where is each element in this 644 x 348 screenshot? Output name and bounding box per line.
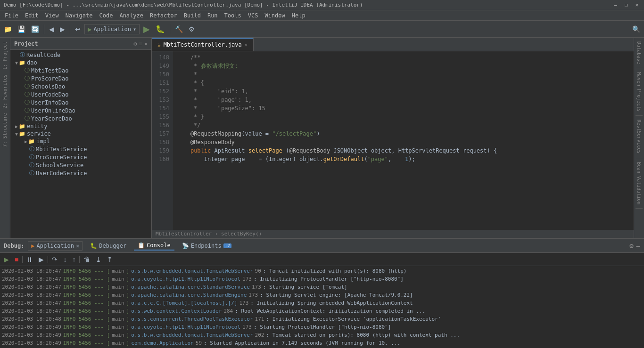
tree-label-usercodedao: UserCodeDao [31, 91, 68, 98]
console-step-into-btn[interactable]: ↓ [61, 255, 68, 264]
right-tab-maven[interactable]: Maven Projects [636, 68, 643, 116]
tree-label-entity: entity [27, 123, 47, 129]
right-tab-database[interactable]: Database [636, 38, 643, 68]
sidebar-project-btn[interactable]: 1: Project [1, 40, 8, 72]
run-btn[interactable]: ▶ [141, 23, 152, 35]
menu-item-tools[interactable]: Tools [222, 11, 244, 20]
debug-tab-console[interactable]: 📋 Console [134, 241, 174, 251]
menu-item-analyze[interactable]: Analyze [116, 11, 146, 20]
log-entry: 2020-02-03 18:20:49INFO 5456 --- [main] … [2, 331, 642, 339]
run-config-label: Application [93, 26, 131, 32]
close-btn[interactable]: ✕ [633, 2, 640, 8]
debug-tab-endpoints[interactable]: 📡 Endpoints +2 [178, 242, 235, 250]
main-content: 1: Project 2: Favorites 7: Structure Pro… [0, 38, 644, 348]
menu-item-help[interactable]: Help [289, 11, 308, 20]
debug-bar: Debug: ▶ Application ✕ 🐛 Debugger 📋 Cons… [0, 239, 644, 253]
log-entry: 2020-02-03 18:20:47INFO 5456 --- [main] … [2, 283, 642, 291]
debug-tab-debugger[interactable]: 🐛 Debugger [86, 242, 130, 250]
code-line-158: @ResponseBody [177, 138, 630, 146]
tab-label: MbtiTestController.java [164, 41, 242, 48]
menu-item-window[interactable]: Window [262, 11, 288, 20]
menu-item-vcs[interactable]: VCS [245, 11, 261, 20]
code-line-151: * { [177, 79, 630, 87]
tree-item-schoolsservice[interactable]: ⓘ SchoolsService [10, 161, 151, 169]
console-scroll-end-btn[interactable]: ⤓ [94, 255, 103, 264]
menu-item-navigate[interactable]: Navigate [63, 11, 96, 20]
maximize-btn[interactable]: ❐ [623, 2, 630, 8]
interface-icon-4: ⓘ [25, 91, 30, 98]
menu-item-run[interactable]: Run [205, 11, 221, 20]
tree-item-proscoreservice[interactable]: ⓘ ProScoreService [10, 153, 151, 161]
toolbar-more-btn[interactable]: ⚙ [187, 23, 197, 35]
tree-item-userinfodao[interactable]: ⓘ UserInfoDao [10, 98, 151, 106]
run-config-dropdown[interactable]: ▶ Application ▾ [84, 24, 140, 34]
tree-item-useronlinedao[interactable]: ⓘ UserOnlineDao [10, 106, 151, 114]
sidebar-favorites-btn[interactable]: 2: Favorites [1, 73, 8, 110]
folder-entity-icon: 📁 [19, 123, 25, 129]
console-restart-btn[interactable]: ▶ [2, 255, 11, 264]
menu-item-build[interactable]: Build [181, 11, 204, 20]
menu-item-file[interactable]: File [2, 11, 21, 20]
panel-tool-3[interactable]: ✕ [144, 40, 148, 47]
console-resume-btn[interactable]: ▶ [37, 255, 46, 264]
tree-item-mbtitestdao[interactable]: ⓘ MbtiTestDao [10, 66, 151, 74]
tree-item-yearscoredao[interactable]: ⓘ YearScoreDao [10, 114, 151, 122]
toolbar-back-btn[interactable]: ◀ [47, 23, 56, 35]
console-clear-btn[interactable]: 🗑 [82, 255, 92, 264]
minimize-btn[interactable]: — [612, 2, 619, 8]
log-entry: 2020-02-03 18:20:47INFO 5456 --- [main] … [2, 267, 642, 275]
toolbar-forward-btn[interactable]: ▶ [58, 23, 67, 35]
tree-item-usercodeservice[interactable]: ⓘ UserCodeService [10, 169, 151, 177]
toolbar-undo-btn[interactable]: ↩ [73, 23, 83, 35]
toolbar-open-btn[interactable]: 📁 [2, 23, 14, 35]
tree-label-resultcode: ResultCode [26, 52, 60, 58]
code-lines[interactable]: /** * 参数请求报文: * * { * "eid": 1, * "page"… [173, 51, 634, 230]
tree-item-mbtitestservice[interactable]: ⓘ MbtiTestService [10, 145, 151, 153]
toolbar-sep-3 [170, 24, 170, 34]
tree-item-service[interactable]: ▼ 📁 service [10, 130, 151, 138]
project-panel-header: Project ⚙ ≡ ✕ [10, 38, 151, 50]
debug-close-btn[interactable]: — [636, 242, 640, 250]
menu-item-view[interactable]: View [42, 11, 62, 20]
right-tab-rest[interactable]: RestServices [636, 116, 643, 158]
debug-config[interactable]: ▶ Application ✕ [28, 241, 83, 251]
right-tab-bean[interactable]: Bean Validation [636, 158, 643, 209]
console-scroll-start-btn[interactable]: ⤒ [105, 255, 115, 264]
console-step-out-btn[interactable]: ↑ [70, 255, 77, 264]
panel-tool-2[interactable]: ≡ [139, 40, 142, 47]
tree-item-entity[interactable]: ▶ 📁 entity [10, 122, 151, 130]
title-text: Demo [F:\code\Demo] - ...\src\main\java\… [4, 2, 363, 8]
console-output[interactable]: 2020-02-03 18:20:47INFO 5456 --- [main] … [0, 266, 644, 348]
debug-btn[interactable]: 🐛 [154, 23, 167, 35]
breadcrumb: MbtiTestController › selectByKey() [152, 230, 634, 238]
editor-tab-mbtitestcontroller[interactable]: ☕ MbtiTestController.java ✕ [152, 38, 254, 51]
class-icon-3: ⓘ [29, 154, 34, 161]
console-step-over-btn[interactable]: ↷ [50, 255, 59, 264]
window-controls: — ❐ ✕ [612, 2, 640, 8]
menu-item-refactor[interactable]: Refactor [147, 11, 180, 20]
tab-close-btn[interactable]: ✕ [245, 42, 248, 48]
interface-icon-2: ⓘ [25, 75, 30, 82]
tree-item-resultcode[interactable]: ⓘ ResultCode [10, 51, 151, 59]
toolbar-save-btn[interactable]: 💾 [16, 23, 27, 35]
tree-item-impl[interactable]: ▶ 📁 impl [10, 138, 151, 145]
console-pause-btn[interactable]: ⏸ [25, 255, 35, 264]
sidebar-structure-btn[interactable]: 7: Structure [1, 111, 8, 149]
debug-settings-btn[interactable]: ⚙ [629, 242, 633, 250]
tree-item-proscoredao[interactable]: ⓘ ProScoreDao [10, 74, 151, 82]
tree-label-service: service [27, 130, 51, 137]
debug-config-name: Application [37, 243, 74, 249]
toolbar-build-btn[interactable]: 🔨 [173, 23, 185, 35]
tree-item-usercodedao[interactable]: ⓘ UserCodeDao [10, 90, 151, 98]
tree-item-schoolsdao[interactable]: ⓘ SchoolsDao [10, 82, 151, 90]
menu-item-code[interactable]: Code [97, 11, 116, 20]
code-line-150: * [177, 70, 630, 79]
code-line-155: * } [177, 113, 630, 121]
panel-tool-1[interactable]: ⚙ [133, 40, 137, 47]
toolbar-search-btn[interactable]: 🔍 [630, 23, 642, 35]
tree-item-dao[interactable]: ▼ 📁 dao [10, 59, 151, 66]
toolbar-sync-btn[interactable]: 🔄 [29, 23, 41, 35]
menu-item-edit[interactable]: Edit [22, 11, 41, 20]
debug-config-close[interactable]: ✕ [76, 243, 79, 249]
console-stop-btn[interactable]: ■ [13, 255, 20, 264]
